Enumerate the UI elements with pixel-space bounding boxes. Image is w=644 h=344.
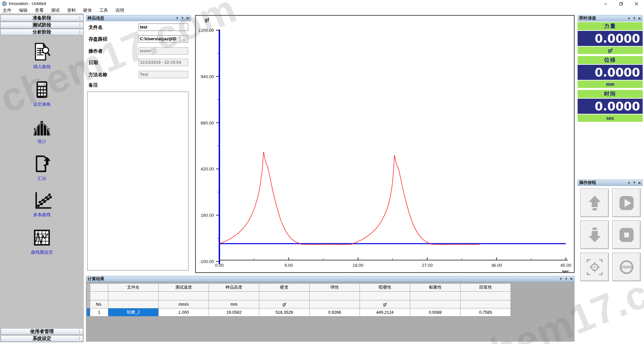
tool-insert-curve[interactable]: 插入曲线 xyxy=(0,42,84,70)
field-label: 日期 xyxy=(89,60,98,66)
play-icon xyxy=(617,194,636,212)
unit-cell xyxy=(108,300,159,308)
result-cell[interactable]: 0.7585 xyxy=(461,308,511,316)
target-button[interactable] xyxy=(580,253,609,281)
tool-label: 汇出 xyxy=(38,176,46,182)
minimize-button[interactable] xyxy=(598,0,613,7)
save-path-input[interactable] xyxy=(139,35,179,43)
column-header[interactable]: 样品高度 xyxy=(209,284,259,292)
panel-pin-icon[interactable] xyxy=(181,16,184,20)
row-selector-cell[interactable] xyxy=(87,308,90,316)
menu-item-edit[interactable]: 编辑 xyxy=(19,7,28,13)
tool-label: 统计 xyxy=(38,139,46,145)
result-cell[interactable]: 0.9266 xyxy=(310,308,360,316)
column-header[interactable]: 黏聚性 xyxy=(410,284,461,292)
column-header[interactable]: 硬度 xyxy=(259,284,310,292)
blank-cell xyxy=(360,292,410,300)
column-header[interactable]: 测试速度 xyxy=(159,284,209,292)
grip-icon: ⋮ xyxy=(78,22,82,28)
panel-menu-arrow-icon[interactable]: ▼ xyxy=(559,277,562,281)
result-cell[interactable]: 19.0582 xyxy=(209,308,259,316)
stage-button-testing[interactable]: 测试阶段⋮ xyxy=(0,22,84,28)
grip-icon: ⋮ xyxy=(78,30,82,35)
column-header[interactable]: 文件名 xyxy=(108,284,159,292)
stage-label: 分析阶段 xyxy=(33,29,51,35)
column-header[interactable]: 回复性 xyxy=(461,284,511,292)
panel-menu-arrow-icon[interactable]: ▼ xyxy=(176,16,179,20)
browse-button[interactable]: ... xyxy=(180,35,188,43)
insert-curve-icon xyxy=(32,42,52,62)
menu-item-test[interactable]: 测试 xyxy=(51,7,60,13)
panel-close-icon[interactable]: ✕ xyxy=(186,16,189,20)
target-icon xyxy=(585,258,604,277)
tool-table-setup[interactable]: 0 设定表格 xyxy=(0,80,84,107)
column-header[interactable]: 弹性 xyxy=(310,284,360,292)
stage-button-analysis[interactable]: 分析阶段⋮ xyxy=(0,29,84,35)
filename-input[interactable] xyxy=(139,23,188,31)
move-up-button[interactable] xyxy=(580,189,609,217)
export-icon xyxy=(32,154,52,174)
restore-button[interactable] xyxy=(613,0,629,7)
blank-cell xyxy=(159,292,209,300)
panel-pin-icon[interactable] xyxy=(565,277,568,281)
row-selector-cell xyxy=(87,284,90,292)
force-time-chart: gf1200.00940.00680.00420.00160.00-100.00… xyxy=(196,16,574,272)
tool-label: 设定表格 xyxy=(33,101,51,107)
chart-panel: gf1200.00940.00680.00420.00160.00-100.00… xyxy=(195,15,575,273)
tool-export[interactable]: 汇出 xyxy=(0,154,84,182)
results-panel: 计算结果 ▼ ✕ 文件名 测试速度 样品高度 硬度 弹性 咀嚼性 黏聚性 xyxy=(86,276,575,342)
time-readout: 时间 0.0000 sec xyxy=(578,90,643,122)
unit-cell xyxy=(310,300,360,308)
panel-pin-icon[interactable] xyxy=(633,181,636,185)
svg-text:18.00: 18.00 xyxy=(353,263,364,268)
result-cell[interactable]: 1.000 xyxy=(159,308,209,316)
menu-item-data[interactable]: 资料 xyxy=(67,7,76,13)
tool-statistics[interactable]: 统计 xyxy=(0,117,84,145)
unit-cell xyxy=(410,300,461,308)
stage-label: 测试阶段 xyxy=(33,22,51,28)
column-header[interactable]: 咀嚼性 xyxy=(360,284,410,292)
menu-item-file[interactable]: 文件 xyxy=(3,7,11,13)
move-down-button[interactable] xyxy=(580,220,609,249)
system-settings-button[interactable]: 系统设定⋮ xyxy=(1,335,83,342)
menu-item-tools[interactable]: 工具 xyxy=(99,7,108,13)
blank-cell xyxy=(310,292,360,300)
sample-info-panel: 样品信息 ▼ ✕ 文件名 存盘路径... 操作者 日期 方法名称 备注 xyxy=(86,15,191,274)
blank-cell xyxy=(259,292,310,300)
result-cell[interactable]: 0.9388 xyxy=(410,308,461,316)
result-cell[interactable]: 449.2124 xyxy=(360,308,410,316)
panel-close-icon[interactable]: ✕ xyxy=(638,181,641,185)
tool-multi-curve[interactable]: 多条曲线 xyxy=(0,190,84,218)
close-button[interactable] xyxy=(629,0,644,7)
results-blank-row xyxy=(87,292,511,300)
result-cell[interactable]: 516.3529 xyxy=(259,308,310,316)
run-button[interactable] xyxy=(612,189,641,217)
sample-info-header: 样品信息 ▼ ✕ xyxy=(86,15,191,21)
row-number-cell[interactable]: 1 xyxy=(90,308,108,316)
file-name-cell[interactable]: 软糖_2 xyxy=(108,308,159,316)
results-table: 文件名 测试速度 样品高度 硬度 弹性 咀嚼性 黏聚性 回复性 No. mm/s xyxy=(87,283,511,316)
svg-text:1200.00: 1200.00 xyxy=(198,28,214,33)
menu-item-hardware[interactable]: 硬体 xyxy=(83,7,92,13)
blank-cell xyxy=(410,292,461,300)
panel-menu-arrow-icon[interactable]: ▼ xyxy=(628,17,631,20)
grip-icon: ⋮ xyxy=(77,329,82,334)
zero-button[interactable]: ZERO xyxy=(612,253,641,281)
field-label: 方法名称 xyxy=(89,72,107,78)
tool-chart-settings[interactable]: 曲线图设定 xyxy=(0,228,84,255)
panel-close-icon[interactable]: ✕ xyxy=(570,277,573,281)
menu-item-help[interactable]: 说明 xyxy=(115,7,124,13)
stop-button[interactable] xyxy=(612,220,641,249)
user-management-button[interactable]: 使用者管理⋮ xyxy=(1,328,83,335)
panel-close-icon[interactable]: ✕ xyxy=(638,17,641,20)
svg-text:ZERO: ZERO xyxy=(621,265,632,269)
panel-menu-arrow-icon[interactable]: ▼ xyxy=(628,181,631,185)
unit-cell: mm/s xyxy=(159,300,209,308)
menu-item-view[interactable]: 查看 xyxy=(35,7,44,13)
panel-pin-icon[interactable] xyxy=(633,16,636,20)
remark-textarea[interactable] xyxy=(87,92,189,271)
stage-button-prepare[interactable]: 准备阶段⋮ xyxy=(0,15,84,21)
readout-unit: gf xyxy=(578,47,643,54)
svg-text:-100.00: -100.00 xyxy=(199,259,214,264)
app-window: Innovation - Untitled 文件 编辑 查看 测试 资料 硬体 … xyxy=(0,0,644,344)
